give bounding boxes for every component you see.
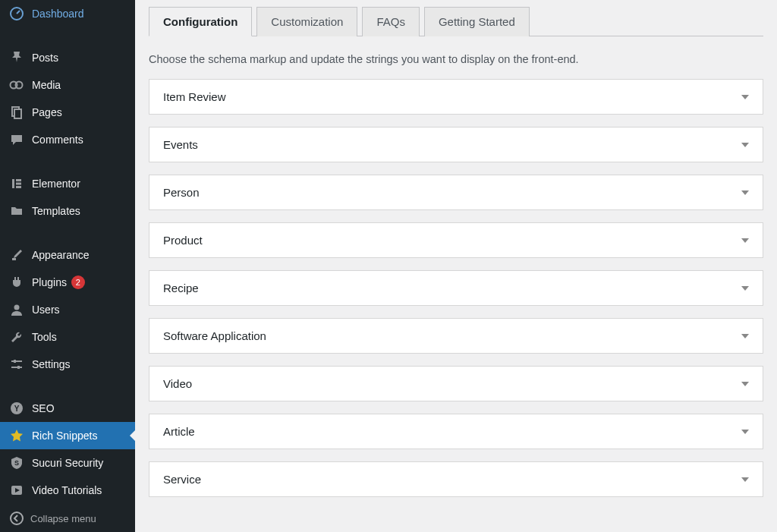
sidebar-item-video-tutorials[interactable]: Video Tutorials [0,477,135,504]
sidebar-item-rich-snippets[interactable]: Rich Snippets [0,422,135,449]
sidebar-separator [0,156,135,167]
svg-text:S: S [14,459,19,467]
plug-icon [9,275,24,290]
chevron-down-icon [741,286,749,291]
sidebar-item-label: Tools [32,331,57,343]
sidebar-item-appearance[interactable]: Appearance [0,241,135,269]
sidebar-item-settings[interactable]: Settings [0,351,135,378]
admin-sidebar: DashboardPostsMediaPagesCommentsElemento… [0,0,135,532]
media-icon [9,77,24,93]
sidebar-item-label: Sucuri Security [32,457,103,469]
accordion-label: Events [163,138,198,151]
sidebar-item-label: SEO [32,402,55,414]
sidebar-item-label: Appearance [32,249,90,261]
svg-rect-5 [14,109,21,118]
sidebar-item-label: Rich Snippets [32,430,97,442]
sidebar-item-posts[interactable]: Posts [0,44,135,71]
sidebar-item-label: Plugins [32,276,67,288]
chevron-down-icon [741,190,749,195]
elementor-icon [9,176,24,191]
star-icon [9,428,24,443]
accordion-person[interactable]: Person [149,175,763,210]
sidebar-item-tools[interactable]: Tools [0,323,135,351]
sliders-icon [9,357,24,372]
main-content: ConfigurationCustomizationFAQsGetting St… [135,0,777,532]
sidebar-separator [0,381,135,392]
sidebar-item-dashboard[interactable]: Dashboard [0,0,135,27]
svg-rect-10 [12,258,16,260]
tab-customization[interactable]: Customization [256,7,357,36]
chevron-down-icon [741,334,749,338]
svg-point-11 [14,305,20,310]
accordion-label: Service [163,473,201,486]
brush-icon [9,247,24,263]
sidebar-item-label: Users [32,304,60,316]
svg-text:Y: Y [14,405,20,413]
chevron-down-icon [741,430,749,434]
update-badge: 2 [71,275,85,289]
schema-accordion-list: Item ReviewEventsPersonProductRecipeSoft… [149,79,763,497]
tab-faqs[interactable]: FAQs [362,7,420,36]
sidebar-item-elementor[interactable]: Elementor [0,170,135,197]
accordion-service[interactable]: Service [149,461,763,497]
accordion-label: Item Review [163,90,226,103]
sidebar-item-label: Templates [32,205,80,217]
svg-line-1 [17,11,20,14]
folder-icon [9,203,24,219]
accordion-events[interactable]: Events [149,127,763,162]
accordion-label: Person [163,186,200,199]
tab-configuration[interactable]: Configuration [149,7,252,36]
pushpin-icon [9,50,24,65]
sidebar-item-pages[interactable]: Pages [0,99,135,126]
sidebar-item-label: Comments [32,134,83,146]
sidebar-item-label: Settings [32,358,71,370]
accordion-label: Recipe [163,282,199,294]
user-icon [9,302,24,317]
play-icon [9,483,24,498]
sidebar-item-label: Media [32,79,61,91]
accordion-product[interactable]: Product [149,222,763,258]
accordion-item-review[interactable]: Item Review [149,79,763,115]
accordion-recipe[interactable]: Recipe [149,270,763,306]
sidebar-item-sucuri-security[interactable]: SSucuri Security [0,449,135,477]
svg-rect-6 [12,179,14,188]
svg-rect-7 [16,179,21,181]
svg-rect-9 [16,186,21,188]
chevron-down-icon [741,95,749,99]
sidebar-item-label: Elementor [32,178,80,190]
page-description: Choose the schema markup and update the … [149,53,763,65]
shield-icon: S [9,455,24,471]
wrench-icon [9,329,24,345]
sidebar-item-label: Pages [32,106,62,118]
sidebar-item-templates[interactable]: Templates [0,197,135,225]
sidebar-item-users[interactable]: Users [0,296,135,323]
accordion-label: Article [163,425,195,438]
chevron-down-icon [741,143,749,147]
svg-rect-15 [17,366,20,369]
sidebar-item-plugins[interactable]: Plugins2 [0,269,135,296]
sidebar-item-comments[interactable]: Comments [0,126,135,153]
accordion-label: Product [163,234,203,247]
sidebar-item-label: Posts [32,52,58,64]
accordion-label: Video [163,377,192,390]
chevron-down-icon [741,238,749,243]
sidebar-item-label: Video Tutorials [32,484,102,496]
settings-tabs: ConfigurationCustomizationFAQsGetting St… [149,6,763,36]
svg-rect-14 [14,360,16,363]
sidebar-separator [0,228,135,238]
sidebar-item-seo[interactable]: YSEO [0,395,135,422]
collapse-label: Collapse menu [30,513,96,524]
sidebar-separator [0,30,135,41]
collapse-menu-button[interactable]: Collapse menu [0,505,135,532]
sidebar-item-media[interactable]: Media [0,71,135,99]
svg-point-20 [11,512,23,524]
tab-getting-started[interactable]: Getting Started [424,7,530,36]
accordion-article[interactable]: Article [149,414,763,449]
dashboard-icon [9,6,24,21]
accordion-software-application[interactable]: Software Application [149,318,763,354]
seo-icon: Y [9,401,24,416]
comment-icon [9,132,24,147]
accordion-label: Software Application [163,329,266,342]
collapse-icon [9,511,24,526]
accordion-video[interactable]: Video [149,366,763,401]
